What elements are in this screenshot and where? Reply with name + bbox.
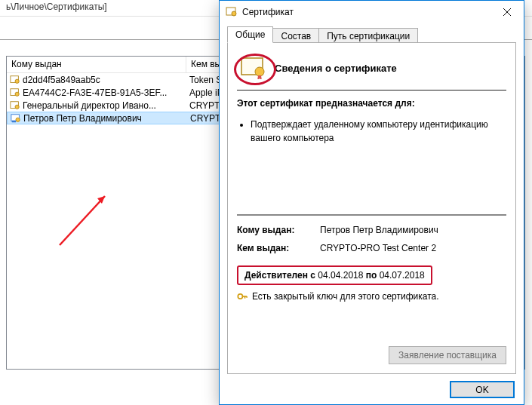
certificate-title-icon [226,6,238,18]
issued-by-label: Кем выдан: [237,243,320,253]
svg-point-12 [232,11,236,16]
certificate-icon [10,100,20,111]
purpose-heading: Этот сертификат предназначается для: [237,98,506,109]
svg-line-9 [60,196,105,245]
key-icon [237,291,248,302]
svg-point-7 [16,118,20,121]
annotation-arrow-icon [52,185,120,253]
dialog-titlebar[interactable]: Сертификат [220,1,524,23]
valid-mid: по [366,270,377,281]
tab-strip: Общие Состав Путь сертификации [227,26,516,42]
issued-by-value: CRYPTO-PRO Test Center 2 [320,243,506,253]
cell-issued-to: d2dd4f5a849aab5c [23,75,100,85]
certificate-large-icon [240,57,267,79]
certificate-icon [10,75,20,85]
svg-point-3 [15,92,19,96]
tab-general[interactable]: Общие [227,26,273,43]
tab-content[interactable]: Состав [272,28,319,44]
certificate-with-key-icon [11,113,21,124]
valid-prefix: Действителен с [244,270,315,281]
cell-issued-to: Генеральный директор Ивано... [23,100,156,111]
close-icon [503,8,512,17]
valid-to-date: 04.07.2018 [380,270,425,281]
svg-marker-10 [97,196,105,204]
tab-panel-general: Сведения о сертификате Этот сертификат п… [227,42,516,374]
ok-button[interactable]: OK [450,381,515,398]
dialog-title: Сертификат [242,7,490,17]
valid-from-date: 04.04.2018 [318,270,363,281]
certificate-dialog: Сертификат Общие Состав Путь сертификаци… [219,0,524,405]
certificate-icon [10,87,20,98]
validity-period: Действителен с 04.04.2018 по 04.07.2018 [237,265,432,285]
svg-point-1 [15,79,19,83]
close-button[interactable] [490,1,524,23]
cell-issued-to: Петров Петр Владимирович [23,113,142,124]
svg-point-16 [255,67,264,76]
issued-to-value: Петров Петр Владимирович [320,225,506,235]
certificate-info-heading: Сведения о сертификате [275,63,397,74]
svg-point-5 [15,105,19,109]
tab-cert-path[interactable]: Путь сертификации [318,28,418,44]
purpose-list: Подтверждает удаленному компьютеру идент… [237,118,506,145]
issued-to-label: Кому выдан: [237,225,320,235]
svg-point-17 [238,294,242,299]
supplier-statement-button: Заявление поставщика [389,346,506,364]
purpose-item: Подтверждает удаленному компьютеру идент… [251,118,506,145]
private-key-text: Есть закрытый ключ для этого сертификата… [252,291,439,302]
column-issued-to[interactable]: Кому выдан [7,57,186,72]
divider [237,214,506,216]
cell-issued-to: EA4744C2-FA3E-47EB-91A5-3EF... [23,87,167,98]
divider [237,90,506,91]
svg-rect-8 [12,120,16,122]
